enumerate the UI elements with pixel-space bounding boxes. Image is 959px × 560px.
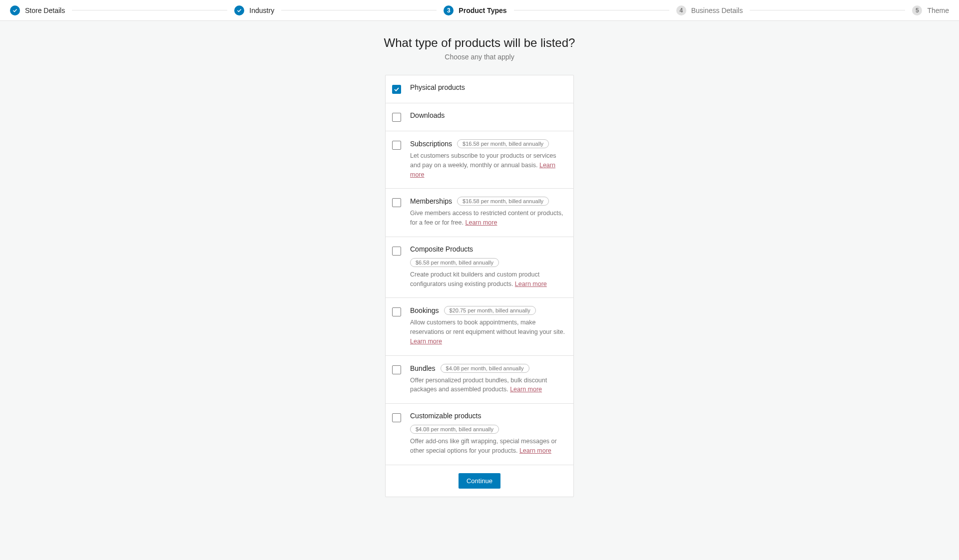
learn-more-link[interactable]: Learn more [510, 386, 542, 393]
learn-more-link[interactable]: Learn more [515, 280, 547, 287]
learn-more-link[interactable]: Learn more [410, 338, 442, 345]
checkbox[interactable] [392, 198, 401, 207]
price-badge: $16.58 per month, billed annually [457, 139, 549, 148]
option-content: Bookings$20.75 per month, billed annuall… [410, 306, 565, 346]
step-label: Product Types [459, 6, 506, 14]
option-description: Give members access to restricted conten… [410, 209, 565, 228]
check-icon [234, 5, 244, 15]
price-badge: $4.08 per month, billed annually [410, 425, 499, 434]
continue-button[interactable]: Continue [459, 473, 500, 489]
option-header: Memberships$16.58 per month, billed annu… [410, 197, 565, 206]
option-description: Offer personalized product bundles, bulk… [410, 376, 565, 395]
step-divider [281, 10, 437, 10]
checkbox[interactable] [392, 307, 401, 316]
step-label: Theme [927, 6, 949, 14]
step-industry[interactable]: Industry [234, 5, 274, 15]
product-types-card: Physical productsDownloadsSubscriptions$… [385, 75, 574, 497]
checkbox[interactable] [392, 247, 401, 256]
product-type-option[interactable]: Memberships$16.58 per month, billed annu… [386, 189, 573, 237]
checkbox[interactable] [392, 85, 401, 94]
step-store-details[interactable]: Store Details [10, 5, 65, 15]
option-description: Create product kit builders and custom p… [410, 270, 565, 289]
step-label: Store Details [25, 6, 65, 14]
option-header: Bundles$4.08 per month, billed annually [410, 364, 565, 373]
learn-more-link[interactable]: Learn more [519, 447, 551, 454]
option-label: Downloads [410, 111, 445, 119]
price-badge: $6.58 per month, billed annually [410, 258, 499, 267]
setup-wizard-stepper: Store Details Industry 3 Product Types 4… [0, 0, 959, 21]
option-content: Memberships$16.58 per month, billed annu… [410, 197, 565, 228]
checkbox[interactable] [392, 365, 401, 374]
checkbox[interactable] [392, 413, 401, 422]
option-content: Subscriptions$16.58 per month, billed an… [410, 139, 565, 179]
step-label: Industry [249, 6, 274, 14]
option-header: Customizable products$4.08 per month, bi… [410, 412, 565, 434]
option-label: Subscriptions [410, 140, 452, 148]
checkbox[interactable] [392, 141, 401, 150]
learn-more-link[interactable]: Learn more [465, 219, 497, 226]
product-type-option[interactable]: Composite Products$6.58 per month, bille… [386, 237, 573, 298]
option-header: Bookings$20.75 per month, billed annuall… [410, 306, 565, 315]
page-subtitle: Choose any that apply [445, 53, 514, 61]
product-type-option[interactable]: Bundles$4.08 per month, billed annuallyO… [386, 356, 573, 404]
option-label: Memberships [410, 197, 452, 205]
step-business-details[interactable]: 4 Business Details [676, 5, 743, 15]
option-header: Subscriptions$16.58 per month, billed an… [410, 139, 565, 148]
price-badge: $20.75 per month, billed annually [444, 306, 536, 315]
option-label: Customizable products [410, 412, 481, 420]
product-type-option[interactable]: Customizable products$4.08 per month, bi… [386, 404, 573, 465]
option-content: Downloads [410, 111, 565, 119]
step-product-types[interactable]: 3 Product Types [444, 5, 506, 15]
option-label: Physical products [410, 83, 465, 91]
option-header: Physical products [410, 83, 565, 91]
product-type-option[interactable]: Subscriptions$16.58 per month, billed an… [386, 131, 573, 189]
step-number-icon: 3 [444, 5, 454, 15]
check-icon [10, 5, 20, 15]
product-type-option[interactable]: Downloads [386, 103, 573, 131]
option-description: Allow customers to book appointments, ma… [410, 318, 565, 346]
price-badge: $16.58 per month, billed annually [457, 197, 549, 206]
option-description: Let customers subscribe to your products… [410, 151, 565, 179]
option-label: Composite Products [410, 245, 473, 253]
main-content: What type of products will be listed? Ch… [0, 21, 959, 522]
option-content: Composite Products$6.58 per month, bille… [410, 245, 565, 289]
card-footer: Continue [386, 465, 573, 497]
product-type-option[interactable]: Bookings$20.75 per month, billed annuall… [386, 298, 573, 355]
checkbox[interactable] [392, 113, 401, 122]
option-description: Offer add-ons like gift wrapping, specia… [410, 437, 565, 456]
option-label: Bundles [410, 364, 436, 372]
step-divider [514, 10, 669, 10]
option-content: Physical products [410, 83, 565, 91]
option-header: Downloads [410, 111, 565, 119]
step-divider [72, 10, 227, 10]
product-type-option[interactable]: Physical products [386, 75, 573, 103]
price-badge: $4.08 per month, billed annually [441, 364, 529, 373]
step-number-icon: 5 [912, 5, 922, 15]
page-title: What type of products will be listed? [384, 36, 575, 50]
option-content: Bundles$4.08 per month, billed annuallyO… [410, 364, 565, 395]
option-header: Composite Products$6.58 per month, bille… [410, 245, 565, 267]
option-label: Bookings [410, 306, 439, 314]
step-number-icon: 4 [676, 5, 686, 15]
step-divider [750, 10, 905, 10]
option-content: Customizable products$4.08 per month, bi… [410, 412, 565, 456]
step-label: Business Details [691, 6, 743, 14]
step-theme[interactable]: 5 Theme [912, 5, 949, 15]
